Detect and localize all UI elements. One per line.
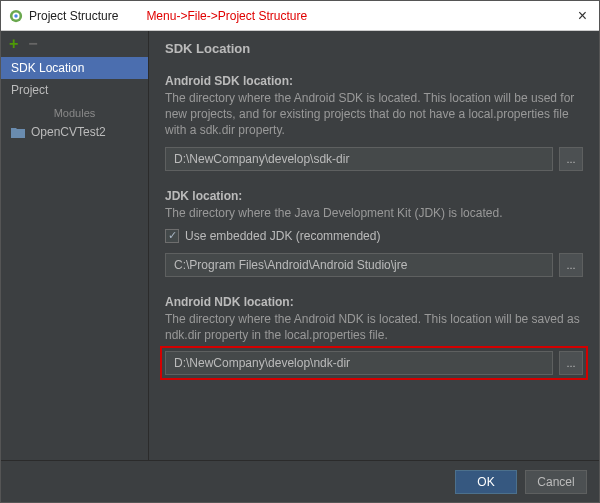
- ndk-highlight: ...: [160, 346, 588, 380]
- sdk-browse-button[interactable]: ...: [559, 147, 583, 171]
- sidebar: + − SDK Location Project Modules OpenCVT…: [1, 31, 149, 460]
- titlebar: Project Structure Menu->File->Project St…: [1, 1, 599, 31]
- jdk-label: JDK location:: [165, 189, 583, 203]
- jdk-path-input[interactable]: [165, 253, 553, 277]
- cancel-button[interactable]: Cancel: [525, 470, 587, 494]
- module-item-label: OpenCVTest2: [31, 125, 106, 139]
- use-embedded-jdk-checkbox[interactable]: ✓: [165, 229, 179, 243]
- sidebar-item-label: Project: [11, 83, 48, 97]
- remove-icon: −: [28, 35, 37, 53]
- sidebar-item-sdk-location[interactable]: SDK Location: [1, 57, 148, 79]
- sidebar-toolbar: + −: [1, 31, 148, 57]
- ndk-description: The directory where the Android NDK is l…: [165, 311, 583, 343]
- ndk-label: Android NDK location:: [165, 295, 583, 309]
- sdk-description: The directory where the Android SDK is l…: [165, 90, 583, 139]
- close-icon[interactable]: ×: [574, 7, 591, 25]
- ndk-path-input[interactable]: [165, 351, 553, 375]
- main-panel: SDK Location Android SDK location: The d…: [149, 31, 599, 460]
- sidebar-item-label: SDK Location: [11, 61, 84, 75]
- page-title: SDK Location: [165, 41, 583, 56]
- jdk-description: The directory where the Java Development…: [165, 205, 583, 221]
- sdk-path-input[interactable]: [165, 147, 553, 171]
- sidebar-item-project[interactable]: Project: [1, 79, 148, 101]
- project-structure-dialog: Project Structure Menu->File->Project St…: [0, 0, 600, 503]
- dialog-body: + − SDK Location Project Modules OpenCVT…: [1, 31, 599, 460]
- add-icon[interactable]: +: [9, 35, 18, 53]
- sdk-label: Android SDK location:: [165, 74, 583, 88]
- ndk-browse-button[interactable]: ...: [559, 351, 583, 375]
- svg-point-2: [14, 14, 18, 18]
- dialog-footer: OK Cancel: [1, 460, 599, 502]
- android-studio-icon: [9, 9, 23, 23]
- breadcrumb: Menu->File->Project Structure: [146, 9, 307, 23]
- folder-icon: [11, 127, 25, 138]
- use-embedded-jdk-label: Use embedded JDK (recommended): [185, 229, 380, 243]
- module-item-opencvtest2[interactable]: OpenCVTest2: [1, 121, 148, 143]
- jdk-browse-button[interactable]: ...: [559, 253, 583, 277]
- window-title: Project Structure: [29, 9, 118, 23]
- modules-header: Modules: [1, 101, 148, 121]
- ok-button[interactable]: OK: [455, 470, 517, 494]
